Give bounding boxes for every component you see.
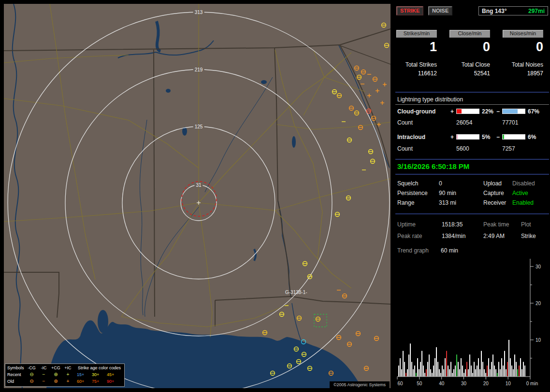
cg-count-label: Count bbox=[397, 119, 413, 126]
ic-neg-old-icon: − bbox=[38, 379, 50, 384]
x-tick-60: 60 bbox=[397, 381, 403, 386]
legend-col-ic-pos: +IC bbox=[62, 365, 74, 370]
trend-bars-layer bbox=[398, 340, 525, 377]
legend-col-cg-neg: -CG bbox=[26, 365, 38, 370]
divider bbox=[395, 174, 549, 175]
bearing-readout: Bng 143° 297mi bbox=[478, 6, 548, 15]
ic-negative-count: 7257 bbox=[502, 145, 515, 152]
range-ring-label-125: 125 bbox=[193, 124, 204, 129]
ic-negative-fill bbox=[503, 135, 504, 139]
peak-time-value: 2:49 AM bbox=[483, 233, 505, 239]
squelch-label: Squelch bbox=[397, 180, 418, 187]
receiver-label: Receiver bbox=[483, 199, 506, 206]
squelch-value: 0 bbox=[439, 180, 442, 187]
bearing-range: 297mi bbox=[528, 8, 545, 14]
cg-positive-count: 26054 bbox=[456, 119, 472, 126]
total-strikes-label: Total Strikes bbox=[396, 61, 437, 68]
intracloud-label: Intracloud bbox=[397, 134, 425, 140]
noise-toggle-button[interactable]: NOISE bbox=[428, 6, 452, 15]
ic-negative-pct: 6% bbox=[528, 134, 536, 140]
trend-window-value: 60 min bbox=[441, 247, 458, 254]
noises-per-min-value: 0 bbox=[503, 40, 543, 54]
noises-per-min-header[interactable]: Noises/min bbox=[503, 30, 543, 38]
range-label: Range bbox=[397, 199, 414, 206]
age-code-30: 30+ bbox=[92, 372, 107, 377]
trend-graph-chart: 30 20 10 60 50 40 30 20 10 0 min bbox=[396, 255, 546, 389]
cg-negative-bar bbox=[502, 109, 525, 114]
bearing-label: Bng 143° bbox=[482, 8, 507, 14]
lightning-map-viewport[interactable]: 313 219 125 31 G-3138-1- Symbols -CG -IC… bbox=[4, 4, 391, 388]
trend-graph-label: Trend graph bbox=[397, 247, 429, 254]
uptime-value: 1518:35 bbox=[442, 221, 463, 228]
legend-symbols-header: Symbols bbox=[5, 365, 26, 370]
map-legend: Symbols -CG -IC +CG +IC Strike age color… bbox=[5, 364, 125, 387]
age-code-75: 75+ bbox=[92, 379, 107, 384]
strikes-per-min-header[interactable]: Strikes/min bbox=[396, 30, 437, 38]
state-borders-layer bbox=[4, 29, 391, 326]
x-tick-50: 50 bbox=[417, 381, 422, 386]
range-ring-label-313: 313 bbox=[193, 10, 204, 15]
close-per-min-value: 0 bbox=[449, 40, 490, 54]
ic-positive-fill bbox=[457, 135, 458, 139]
divider bbox=[395, 104, 549, 105]
upload-label: Upload bbox=[483, 180, 502, 187]
cg-positive-pct: 22% bbox=[482, 108, 493, 115]
distribution-title: Lightning type distribution bbox=[397, 96, 463, 103]
copyright-label: ©2005 Astrogenic Systems bbox=[330, 381, 390, 388]
x-tick-10: 10 bbox=[506, 381, 511, 386]
roads-layer bbox=[4, 4, 391, 337]
total-noises-label: Total Noises bbox=[503, 61, 543, 68]
range-ring-label-31: 31 bbox=[194, 182, 203, 188]
divider bbox=[395, 159, 549, 160]
minus-sign: − bbox=[496, 134, 500, 140]
legend-header-row: Symbols -CG -IC +CG +IC Strike age color… bbox=[5, 364, 124, 371]
peak-time-label: Peak time bbox=[483, 221, 509, 228]
persistence-label: Persistence bbox=[397, 190, 428, 196]
ic-positive-count: 5600 bbox=[456, 145, 469, 152]
age-code-90: 90+ bbox=[107, 379, 122, 384]
minus-sign: − bbox=[496, 108, 500, 115]
ic-positive-bar bbox=[456, 134, 479, 140]
datetime-display: 3/16/2026 6:50:18 PM bbox=[397, 162, 469, 170]
ic-pos-old-icon: + bbox=[62, 379, 74, 384]
cg-pos-recent-icon: ⊕ bbox=[50, 372, 62, 377]
legend-old-row: Old ⊖ − ⊕ + 60+ 75+ 90+ bbox=[5, 378, 124, 385]
x-tick-20: 20 bbox=[483, 381, 489, 386]
receiver-status: Enabled bbox=[512, 199, 534, 206]
cg-negative-fill bbox=[503, 109, 518, 113]
plot-value: Strike bbox=[521, 233, 536, 239]
close-per-min-header[interactable]: Close/min bbox=[449, 30, 490, 38]
ic-pos-recent-icon: + bbox=[62, 372, 74, 377]
stormvue-app-window: 313 219 125 31 G-3138-1- Symbols -CG -IC… bbox=[0, 0, 550, 392]
legend-old-label: Old bbox=[5, 379, 26, 384]
cloud-ground-label: Cloud-ground bbox=[397, 108, 435, 115]
map-canvas bbox=[4, 4, 391, 388]
range-ring-label-219: 219 bbox=[193, 67, 204, 72]
ic-positive-pct: 5% bbox=[482, 134, 490, 140]
x-tick-40: 40 bbox=[439, 381, 445, 386]
divider bbox=[395, 213, 549, 214]
strike-toggle-button[interactable]: STRIKE bbox=[396, 6, 423, 15]
legend-age-title: Strike age color codes bbox=[74, 365, 124, 370]
y-tick-20: 20 bbox=[536, 301, 541, 306]
legend-recent-label: Recent bbox=[5, 372, 26, 377]
ic-negative-bar bbox=[502, 134, 525, 140]
ic-count-label: Count bbox=[397, 145, 413, 152]
control-panel: STRIKE NOISE Bng 143° 297mi Strikes/min … bbox=[394, 0, 550, 392]
age-code-60: 60+ bbox=[77, 379, 92, 384]
total-noises-value: 18957 bbox=[503, 70, 543, 77]
plus-sign: + bbox=[450, 108, 454, 115]
capture-label: Capture bbox=[483, 190, 504, 196]
rivers-layer bbox=[13, 4, 390, 388]
total-strikes-value: 116612 bbox=[396, 70, 437, 77]
cg-pos-old-icon: ⊕ bbox=[50, 379, 62, 384]
y-tick-10: 10 bbox=[536, 337, 541, 343]
strikes-per-min-value: 1 bbox=[396, 40, 437, 54]
x-tick-30: 30 bbox=[461, 381, 467, 386]
total-close-label: Total Close bbox=[449, 61, 490, 68]
age-code-15: 15+ bbox=[77, 372, 92, 377]
legend-col-cg-pos: +CG bbox=[50, 365, 62, 370]
plot-label: Plot bbox=[521, 221, 531, 228]
total-close-value: 52541 bbox=[449, 70, 490, 77]
cg-negative-pct: 67% bbox=[528, 108, 539, 115]
